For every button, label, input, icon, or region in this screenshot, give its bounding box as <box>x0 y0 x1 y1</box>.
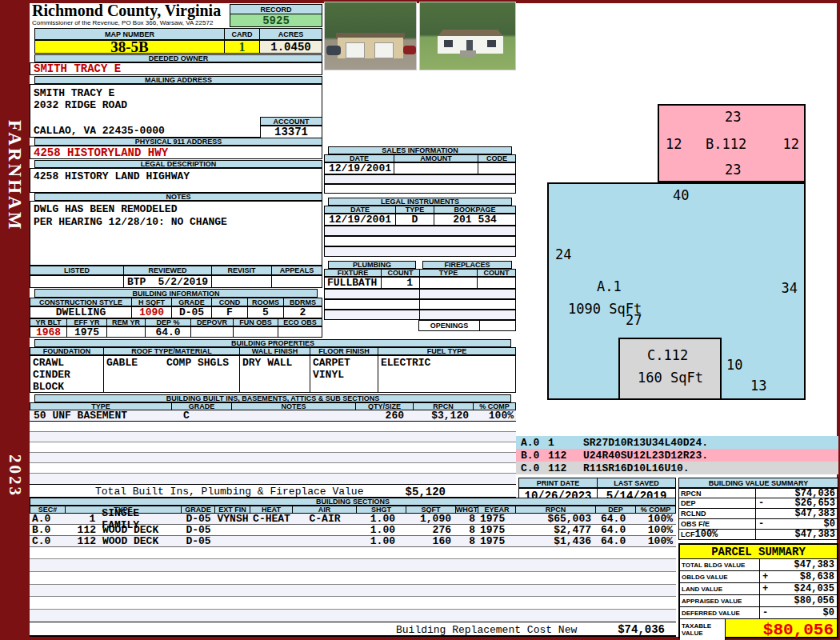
print-info-header: PRINT DATE LAST SAVED <box>518 478 676 488</box>
bdrms-label: BDRMS <box>284 298 322 306</box>
county-title: Richmond County, Virginia <box>32 2 230 19</box>
construction-style-value: DWELLING <box>30 306 132 318</box>
effyr-value: 1975 <box>67 326 107 338</box>
funobs-label: FUN OBS <box>234 318 278 326</box>
parcel-row-value-cell: $80,056 <box>760 595 837 607</box>
physical-address-value: 4258 HISTORYLAND HWY <box>30 146 322 159</box>
property-photo-house <box>419 2 516 70</box>
bs-air: C-AIR <box>293 513 357 525</box>
legend-vector: R11SR16D10L16U10. <box>583 462 838 474</box>
mailing-line-2: 2032 RIDGE ROAD <box>34 99 318 111</box>
parcel-value: $80,056 <box>794 595 834 606</box>
depovr-value <box>191 326 234 338</box>
bs-heat: C-HEAT <box>250 513 293 525</box>
roof-label: ROOF TYPE/MATERIAL <box>104 347 240 355</box>
effyr-label: EFF YR <box>67 318 107 326</box>
floor-line-2: VINYL <box>313 369 344 381</box>
bvs-row: OBS F/E -$0 <box>678 518 838 530</box>
legend-mult: 112 <box>548 450 583 462</box>
house-steps <box>460 50 476 57</box>
bs-type-name: WOOD DECK <box>102 535 158 547</box>
acres-label: ACRES <box>260 28 322 40</box>
property-photo-garage <box>324 2 417 70</box>
properties-header: FOUNDATION ROOF TYPE/MATERIAL WALL FINIS… <box>30 347 516 355</box>
building-section-row-c: C.0 112WOOD DECK D-05 1.00 160 8 1975 $1… <box>30 536 676 547</box>
sketch-legend-c: C.0 112 R11SR16D10L16U10. <box>516 462 838 474</box>
parcel-row-value-cell: $47,383 <box>760 559 837 571</box>
building-info-values2: 1968 1975 64.0 <box>30 326 322 338</box>
built-ins-empty-row <box>30 432 516 442</box>
building-info-values1: DWELLING 1090 D-05 F 5 2 <box>30 306 322 318</box>
notes-line-1: DWLG HAS BEEN REMODELED <box>34 203 318 216</box>
bvs-row: DEP -$26,653 <box>678 498 838 509</box>
plumbing-row-3 <box>324 299 516 310</box>
reviewed-date: 5/2/2019 <box>158 276 208 288</box>
reviewed-label: REVIEWED <box>124 266 212 275</box>
bvs-label-cell: RCLND <box>678 508 756 519</box>
bvs-op: - <box>758 518 764 530</box>
legend-mult: 1 <box>548 437 583 449</box>
deeded-owner-value: SMITH TRACY E <box>30 62 322 75</box>
bs-rpcn: $65,003 <box>516 513 596 525</box>
legal-instruments-label: LEGAL INSTRUMENTS <box>328 198 512 206</box>
bvs-value: $0 <box>824 518 835 530</box>
bs-rpcn: $1,436 <box>516 535 596 547</box>
account-value: 13371 <box>260 126 322 138</box>
sales-code-label: CODE <box>478 154 516 162</box>
parked-vehicle-left <box>326 46 341 55</box>
revisit-value <box>212 275 272 288</box>
sketch-b-dim-bottom: 23 <box>725 162 741 178</box>
building-info-header1: CONSTRUCTION STYLE H SQFT GRADE COND ROO… <box>30 298 322 306</box>
bvs-label: RPCN <box>681 490 702 498</box>
legend-sec: A.0 <box>516 437 548 449</box>
house-window-left <box>444 40 453 47</box>
bs-shgt: 1.00 <box>357 535 406 547</box>
bi-grade-value: C <box>172 410 232 422</box>
foundation-value: CRAWL CINDER BLOCK <box>30 355 104 393</box>
acres-value: 1.0450 <box>260 40 322 54</box>
bi-rpcn-value: $3,120 <box>414 410 474 422</box>
building-sections-empty-row <box>30 597 676 610</box>
fuel-type-value: ELECTRIC <box>378 355 516 393</box>
sales-date-label: DATE <box>324 154 394 162</box>
building-section-row-a: A.0 1SINGLE FAMILY D-05 VYNSH C-HEAT C-A… <box>30 514 676 525</box>
bvs-label: RCLND <box>681 510 706 518</box>
fireplace-empty-cell <box>420 310 516 320</box>
wall-finish-label: WALL FINISH <box>240 347 310 355</box>
building-sections-empty-row <box>30 585 676 597</box>
parcel-row: DEFERRED VALUE -$0 <box>680 607 837 619</box>
legal-instruments-row-4 <box>324 246 516 257</box>
bs-type: 112WOOD DECK <box>66 524 182 536</box>
legal-instruments-row-3 <box>324 236 516 246</box>
dep-pct-label: DEP % <box>146 318 191 326</box>
bs-whgt: 8 <box>456 524 478 536</box>
bvs-op: - <box>758 498 764 509</box>
sales-amount-label: AMOUNT <box>394 154 478 162</box>
bs-sqft: 1,090 <box>406 513 456 525</box>
remyr-value <box>107 326 146 338</box>
building-value-summary-label: BUILDING VALUE SUMMARY <box>678 478 838 488</box>
bs-grade: D-05 <box>182 524 215 536</box>
bs-type-name: WOOD DECK <box>102 524 158 536</box>
fixture-label: FIXTURE <box>324 269 382 277</box>
yrblt-value: 1968 <box>30 326 67 338</box>
bs-sec: C.0 <box>30 535 66 547</box>
plumb-fire-header: FIXTURE COUNT TYPE COUNT <box>324 269 516 277</box>
sales-amount-1 <box>394 162 478 174</box>
built-ins-total-label: Total Built Ins, Plumbing & Fireplace Va… <box>95 486 363 498</box>
built-ins-empty-row <box>30 442 516 453</box>
built-ins-empty-row <box>30 474 516 484</box>
li-date-1: 12/19/2001 <box>324 214 396 226</box>
bs-comp: 100% <box>636 513 676 525</box>
fireplace-type-1 <box>420 277 478 289</box>
sketch-section-b: 23 12 B.112 12 23 <box>658 104 806 182</box>
listed-label: LISTED <box>30 266 124 275</box>
legal-instruments-row-1: 12/19/2001 D 201 534 <box>324 214 516 226</box>
bvs-label-cell: OBS F/E <box>678 518 756 530</box>
openings-label: OPENINGS <box>418 320 480 331</box>
li-type-label: TYPE <box>396 206 434 214</box>
bs-comp: 100% <box>636 524 676 536</box>
sketch-a-dim-bottom: 27 <box>626 312 642 328</box>
bvs-value: $47,383 <box>795 508 835 519</box>
parcel-value: $47,383 <box>794 559 834 570</box>
